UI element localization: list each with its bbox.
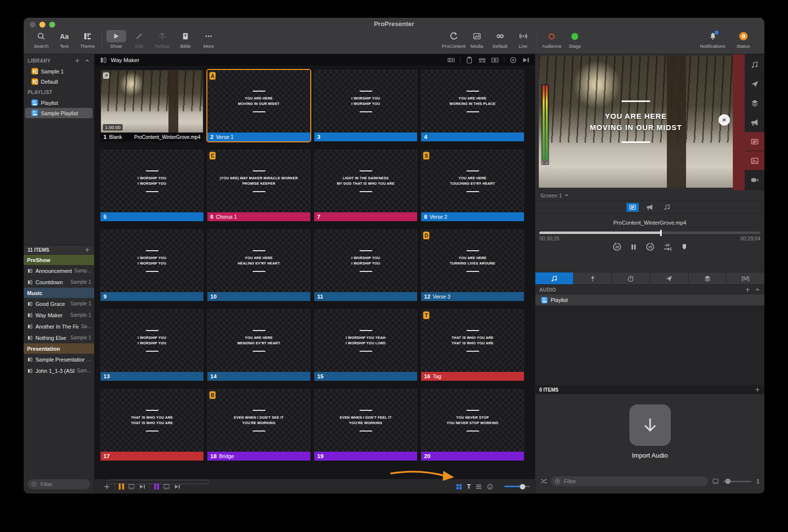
add-item-button[interactable]	[84, 247, 90, 253]
panel-tab-layers[interactable]	[689, 272, 727, 284]
toolbar-procontent-button[interactable]: ProContent	[442, 30, 465, 49]
audio-playlist-row[interactable]: Playlist	[535, 295, 764, 305]
panel-tab-music[interactable]	[535, 272, 574, 284]
toolbar-stage-button[interactable]: Stage	[563, 30, 587, 49]
collapse-library-icon[interactable]	[84, 58, 90, 64]
toolbar-text-button[interactable]: AaText	[53, 30, 76, 49]
toolbar-edit-button[interactable]: Edit	[128, 30, 151, 49]
slide-cell-8[interactable]: SYOU ARE HERETOUCHING EV'RY HEART8Verse …	[421, 150, 524, 221]
audio-volume-knob[interactable]	[725, 479, 731, 484]
slide-cell-14[interactable]: YOU ARE HEREMENDING EV'RY HEART14	[207, 309, 310, 381]
collapse-audio-icon[interactable]	[755, 287, 760, 293]
marker-button[interactable]	[681, 243, 688, 251]
slide-cell-9[interactable]: I WORSHIP YOUI WORSHIP YOU9	[100, 230, 203, 301]
panel-tab-macro[interactable]: [M]	[726, 272, 764, 284]
toolbar-media-button[interactable]: Media	[465, 30, 489, 49]
toolbar-bible-button[interactable]: Bible	[174, 30, 197, 49]
toolbar-live-button[interactable]: Live	[512, 30, 535, 49]
listview-button[interactable]	[475, 483, 482, 490]
toolbar-audience-button[interactable]: Audience	[540, 30, 563, 49]
audio-volume-slider[interactable]	[723, 481, 752, 482]
toolbar-status-button[interactable]: Status	[728, 30, 758, 49]
advance-icon[interactable]	[522, 56, 530, 64]
playlist-item-sample-playlist[interactable]: Sample Playlist	[25, 108, 93, 118]
toolbar-default-button[interactable]: Default	[489, 30, 512, 49]
audio-filter-field[interactable]	[551, 476, 708, 486]
minus10-button[interactable]: -10	[663, 242, 673, 252]
media-progress-knob[interactable]	[660, 230, 661, 236]
sidebar-filter-field[interactable]	[28, 479, 90, 489]
close-window-button[interactable]	[30, 22, 35, 28]
slide-cell-2[interactable]: AYOU ARE HEREMOVING IN OUR MIDST2Verse 1	[207, 70, 310, 141]
slide-cell-11[interactable]: I WORSHIP YOUI WORSHIP YOU11	[314, 230, 417, 301]
toolbar-more-button[interactable]: More	[197, 30, 220, 49]
slide-cell-19[interactable]: EVEN WHEN I DON'T FEEL ITYOU'RE WORKING1…	[314, 389, 417, 461]
playlist-presentation-item[interactable]: Sample Presentation...	[24, 354, 94, 365]
toolbar-reflow-button[interactable]: Reflow	[151, 30, 174, 49]
slide-cell-16[interactable]: TTHAT IS WHO YOU ARETHAT IS WHO YOU ARE1…	[421, 309, 524, 381]
layer-display-button[interactable]	[745, 132, 764, 151]
slide-size-slider-knob[interactable]	[520, 484, 525, 489]
panel-tab-timer[interactable]	[612, 272, 650, 284]
layer-music-button[interactable]	[745, 55, 764, 74]
add-library-button[interactable]	[74, 58, 80, 64]
labels-button[interactable]	[487, 483, 493, 490]
playlist-item-playlist[interactable]: Playlist	[25, 98, 93, 108]
layer-layers-button[interactable]	[745, 94, 764, 112]
slide-cell-12[interactable]: DYOU ARE HERETURNING LIVES AROUND12Verse…	[421, 230, 524, 301]
slide-cell-5[interactable]: I WORSHIP YOUI WORSHIP YOU5	[100, 150, 203, 221]
layer-send-button[interactable]	[745, 74, 764, 93]
output-tab-display[interactable]	[626, 203, 639, 212]
slide-cell-6[interactable]: C(YOU ARE) WAY MAKER MIRACLE WORKERPROMI…	[207, 150, 310, 221]
toolbar-theme-button[interactable]: Theme	[76, 30, 99, 49]
layer-camera-button[interactable]	[745, 170, 764, 189]
target-icon[interactable]	[509, 56, 517, 64]
slide-cell-13[interactable]: I WORSHIP YOUI WORSHIP YOU13	[100, 309, 203, 381]
add-audio-playlist-button[interactable]	[745, 287, 751, 293]
playlist-presentation-item[interactable]: Another In The FireSa...	[24, 321, 94, 332]
zoom-window-button[interactable]	[49, 22, 55, 28]
minimize-window-button[interactable]	[39, 22, 45, 28]
slide-size-slider[interactable]	[504, 486, 530, 487]
playlist-presentation-item[interactable]: AnnouncementsSamp...	[24, 265, 94, 276]
playlist-presentation-item[interactable]: Nothing ElseSample 1	[24, 332, 94, 343]
splitview-icon[interactable]	[491, 56, 499, 64]
gridview-button[interactable]	[456, 483, 462, 490]
toolbar-search-button[interactable]: Search	[30, 30, 53, 49]
toolbar-show-button[interactable]: Show	[104, 30, 128, 49]
library-item-sample-1[interactable]: Sample 1	[25, 66, 93, 76]
media-progress-bar[interactable]	[539, 232, 760, 234]
import-audio-button[interactable]	[629, 404, 671, 446]
shuffle-icon[interactable]	[540, 478, 547, 485]
slide-cell-1[interactable]: 1:00.001BlankProContent_WinterGrove.mp4	[100, 70, 203, 141]
playlist-presentation-item[interactable]: John 1_1-3 (ASB)Sam...	[24, 365, 94, 376]
text-view-button[interactable]: T	[467, 483, 471, 490]
toolbar-notifications-button[interactable]: Notifications	[697, 30, 728, 49]
slide-cell-4[interactable]: YOU ARE HEREWORKING IN THIS PLACE4	[421, 70, 524, 141]
slide-cell-18[interactable]: BEVEN WHEN I DON'T SEE ITYOU'RE WORKING1…	[207, 389, 310, 461]
output-tab-music[interactable]	[661, 203, 673, 212]
pause-button[interactable]	[630, 243, 637, 251]
playlist-presentation-item[interactable]: CountdownSample 1	[24, 276, 94, 288]
clipboard-icon[interactable]	[465, 56, 473, 64]
panel-tab-send[interactable]	[650, 272, 689, 284]
panel-tab-fader[interactable]	[574, 272, 612, 284]
slide-cell-7[interactable]: LIGHT IN THE DARKNESSMY GOD THAT IS WHO …	[314, 150, 417, 221]
add-audio-item-button[interactable]	[755, 387, 760, 393]
output-preview-video[interactable]: YOU ARE HERE MOVING IN OUR MIDST 1 2	[539, 56, 733, 188]
sidebar-filter-input[interactable]	[39, 481, 87, 488]
slide-cell-3[interactable]: I WORSHIP YOUI WORSHIP YOU3	[314, 70, 417, 141]
fwd15-button[interactable]: 15	[645, 242, 655, 252]
audio-filter-input[interactable]	[563, 478, 705, 485]
playlist-presentation-item[interactable]: Good GraceSample 1	[24, 298, 94, 309]
layer-megaphone-button[interactable]	[745, 113, 764, 132]
output-tab-megaphone[interactable]	[644, 203, 656, 212]
slide-cell-10[interactable]: YOU ARE HEREHEALING EV'RY HEART10	[207, 230, 310, 301]
back15-button[interactable]: 15	[612, 242, 622, 252]
slide-cell-15[interactable]: I WORSHIP YOU YEAHI WORSHIP YOU LORD15	[314, 309, 417, 381]
loop3-icon[interactable]	[478, 56, 486, 64]
slide-cell-20[interactable]: YOU NEVER STOPYOU NEVER STOP WORKING20	[421, 389, 524, 461]
clear-all-button[interactable]	[719, 114, 730, 126]
playlist-presentation-item[interactable]: Way MakerSample 1	[24, 309, 94, 321]
library-item-default[interactable]: Default	[25, 76, 93, 87]
